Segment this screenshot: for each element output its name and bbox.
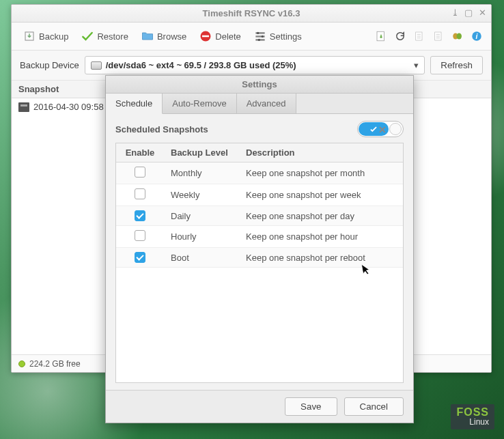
col-description[interactable]: Description (239, 143, 403, 162)
col-level[interactable]: Backup Level (164, 143, 239, 162)
floppy-icon (18, 102, 29, 112)
close-icon[interactable]: ✕ (477, 8, 487, 18)
level-cell: Daily (164, 207, 239, 225)
maximize-icon[interactable]: ▢ (464, 8, 473, 18)
enable-checkbox[interactable] (135, 210, 145, 221)
backup-button[interactable]: Backup (18, 27, 72, 46)
tab-body: Scheduled Snapshots ✕ Enable Backup Leve… (106, 114, 413, 390)
foss-linux-logo: FOSS Linux (451, 404, 494, 429)
page1-icon[interactable] (412, 29, 427, 44)
folder-icon (141, 29, 154, 43)
col-enable[interactable]: Enable (116, 143, 164, 162)
svg-point-19 (457, 33, 462, 40)
refresh-button[interactable]: Refresh (430, 56, 483, 74)
settings-dialog: Settings Schedule Auto-Remove Advanced S… (105, 75, 414, 423)
controls-icon (253, 29, 267, 43)
toggle-knob (389, 123, 402, 135)
minimize-icon[interactable]: ⤓ (450, 8, 460, 18)
window-controls: ⤓ ▢ ✕ (450, 8, 487, 18)
enable-checkbox[interactable] (135, 252, 145, 263)
page2-icon[interactable] (431, 29, 446, 44)
save-button[interactable]: Save (285, 397, 337, 416)
dialog-tabs: Schedule Auto-Remove Advanced (106, 94, 413, 114)
level-cell: Monthly (164, 164, 239, 182)
description-cell: Keep one snapshot per hour (239, 227, 403, 246)
no-entry-icon (199, 29, 212, 43)
settings-button[interactable]: Settings (249, 27, 306, 46)
schedule-row[interactable]: DailyKeep one snapshot per day (116, 206, 403, 226)
tab-schedule[interactable]: Schedule (106, 94, 163, 114)
schedule-row[interactable]: BootKeep one snapshot per reboot (116, 248, 403, 268)
description-cell: Keep one snapshot per reboot (239, 249, 403, 267)
description-cell: Keep one snapshot per month (239, 164, 403, 182)
svg-point-7 (262, 36, 264, 38)
schedule-row[interactable]: HourlyKeep one snapshot per hour (116, 226, 403, 248)
tab-advanced[interactable]: Advanced (237, 94, 296, 113)
chevron-down-icon: ▾ (414, 60, 419, 70)
scheduled-snapshots-label: Scheduled Snapshots (115, 124, 208, 134)
settings-label: Settings (270, 31, 302, 42)
dialog-buttons: Save Cancel (106, 390, 413, 423)
device-value: /dev/sda6 ~ ext4 ~ 69.5 / 293.8 GB used … (106, 60, 296, 70)
harddrive-icon (91, 61, 102, 70)
log-icon[interactable] (374, 29, 389, 44)
logo-line2: Linux (456, 418, 489, 427)
restore-label: Restore (97, 31, 128, 42)
schedule-table-header: Enable Backup Level Description (116, 143, 403, 162)
svg-point-6 (257, 32, 259, 34)
restore-button[interactable]: Restore (76, 27, 132, 46)
download-icon (23, 29, 36, 43)
level-cell: Boot (164, 249, 239, 267)
level-cell: Weekly (164, 186, 239, 204)
scheduled-toggle[interactable]: ✕ (357, 121, 404, 137)
scheduled-row: Scheduled Snapshots ✕ (115, 121, 404, 137)
enable-checkbox[interactable] (135, 230, 145, 241)
schedule-table: Enable Backup Level Description MonthlyK… (115, 143, 404, 383)
browse-label: Browse (157, 31, 186, 42)
device-combo[interactable]: /dev/sda6 ~ ext4 ~ 69.5 / 293.8 GB used … (85, 56, 425, 74)
check-icon (81, 29, 94, 43)
titlebar: Timeshift RSYNC v16.3 ⤓ ▢ ✕ (12, 5, 491, 23)
device-label: Backup Device (20, 60, 79, 70)
browse-button[interactable]: Browse (137, 27, 191, 46)
schedule-row[interactable]: WeeklyKeep one snapshot per week (116, 184, 403, 206)
logo-line1: FOSS (456, 407, 489, 419)
snapshot-date: 2016-04-30 09:58 (33, 102, 104, 112)
window-title: Timeshift RSYNC v16.3 (203, 8, 300, 18)
toolbar: Backup Restore Browse Delete Settings i (12, 23, 491, 51)
toggle-off-indicator: ✕ (378, 124, 387, 135)
schedule-row[interactable]: MonthlyKeep one snapshot per month (116, 162, 403, 184)
description-cell: Keep one snapshot per week (239, 186, 403, 204)
donate-icon[interactable] (450, 29, 465, 44)
dialog-title: Settings (106, 76, 413, 94)
enable-checkbox[interactable] (135, 167, 145, 178)
status-ok-icon (18, 360, 25, 367)
level-cell: Hourly (164, 227, 239, 246)
schedule-rows: MonthlyKeep one snapshot per monthWeekly… (116, 162, 403, 268)
info-icon[interactable]: i (469, 29, 484, 44)
refresh-icon[interactable] (393, 29, 408, 44)
status-free: 224.2 GB free (29, 359, 81, 369)
description-cell: Keep one snapshot per day (239, 207, 403, 225)
delete-button[interactable]: Delete (195, 27, 245, 46)
cancel-button[interactable]: Cancel (344, 397, 404, 416)
tab-auto-remove[interactable]: Auto-Remove (163, 94, 236, 113)
svg-rect-2 (202, 36, 209, 38)
backup-label: Backup (39, 31, 68, 42)
enable-checkbox[interactable] (135, 188, 145, 199)
svg-point-8 (258, 39, 260, 41)
delete-label: Delete (215, 31, 241, 42)
